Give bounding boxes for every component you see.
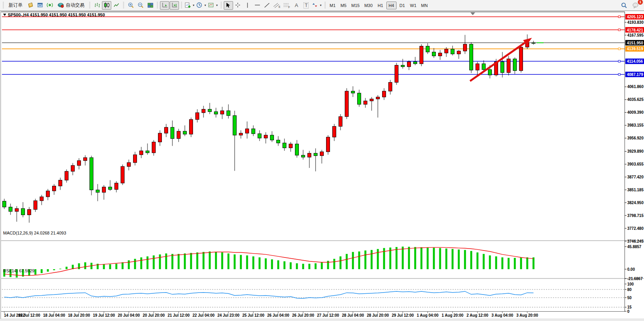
time-tick-label: 28 Jul 04:00 [342,313,364,317]
svg-text:45.8857: 45.8857 [627,245,642,249]
equidistant-channel-icon[interactable]: E [272,1,282,10]
candle-body [115,183,118,189]
timeframe-h4[interactable]: H4 [386,2,397,9]
tile-windows-icon[interactable] [146,1,155,10]
line-chart-icon[interactable] [112,1,121,10]
candle-body [333,126,336,137]
indicators-icon[interactable]: ▼ [184,1,195,10]
terminal-window-icon[interactable] [35,1,45,10]
zoom-out-icon[interactable] [136,1,145,10]
level-handle[interactable] [618,48,620,50]
signals-icon[interactable] [45,1,54,10]
vertical-line-icon[interactable] [243,1,253,10]
timeframe-m1[interactable]: M1 [328,2,338,9]
timeframe-d1[interactable]: D1 [397,2,407,9]
cursor-icon[interactable] [224,1,233,10]
candle-body [65,171,68,180]
candle-body [84,158,87,161]
candle-body [513,59,517,71]
price-tick-label: 3824.950 [627,201,644,205]
candle-body [519,47,523,71]
time-tick-label: 25 Jul 12:00 [242,313,265,317]
templates-icon[interactable]: ▼ [207,1,219,10]
candle-body [463,44,467,51]
price-tick-label: 4167.595 [627,33,644,37]
candle-body [258,134,261,138]
svg-text:50: 50 [627,296,632,300]
fibonacci-icon[interactable]: F [282,1,291,10]
price-tick-label: 3983.155 [627,123,644,127]
price-tick-label: 4009.390 [627,110,644,115]
new-order-button[interactable]: 新订单 [6,1,25,10]
autoscroll-icon[interactable] [160,1,169,10]
arrows-icon[interactable]: ▼ [311,1,323,10]
candlestick-chart-icon[interactable] [102,1,111,10]
svg-text:4178.421: 4178.421 [627,28,643,32]
text-label-icon[interactable]: T [302,1,311,10]
autotrading-label: 自动交易 [66,2,84,9]
candle-body [482,64,486,70]
macd-pane [4,247,626,279]
search-icon[interactable] [619,1,629,10]
timeframe-h1[interactable]: H1 [376,2,386,9]
rsi-indicator-label: RSI(14) 67.5929 [3,268,35,273]
text-tool-glyph: A [295,2,298,8]
timeframe-w1[interactable]: W1 [408,2,419,9]
market-watch-icon[interactable] [26,1,35,10]
chart-shift-icon[interactable] [170,1,179,10]
candle-body [339,116,342,126]
price-chart-canvas[interactable]: 4193.8304167.5954061.8604035.6254009.390… [1,11,644,319]
time-tick-label: 29 Jul 12:00 [392,313,414,317]
candle-body [358,93,361,104]
level-handle[interactable] [618,16,620,18]
timeframe-m5[interactable]: M5 [339,2,349,9]
chevron-down-icon: ▼ [192,4,195,7]
candle-body [401,65,405,67]
price-tick-label: 3877.420 [627,175,644,179]
time-tick-label: 3 Aug 04:00 [491,313,513,317]
trendline-icon[interactable] [263,1,272,10]
periods-icon[interactable]: ▼ [196,1,207,10]
time-tick-label: 26 Jul 04:00 [267,313,290,317]
candle-body [383,91,386,97]
chevron-down-icon: ▼ [216,4,218,7]
toolbar-grip [123,2,124,9]
timeframe-m30[interactable]: M30 [362,2,374,9]
autotrading-button[interactable]: 自动交易 [55,1,87,10]
text-icon[interactable]: A [292,1,301,10]
candle-body [158,133,162,142]
candle-body [221,111,224,114]
candle-body [121,166,125,183]
candle-body [183,131,187,134]
label-tool-glyph: T [304,2,309,9]
notifications-icon[interactable]: 1 [631,1,640,10]
candle-body [501,62,504,73]
candle-body [439,53,442,56]
time-tick-label: 22 Jul 04:00 [193,313,215,317]
price-tick-label: 3929.890 [627,149,644,153]
candle-body [71,166,75,171]
macd-signal-line [4,247,533,275]
level-handle[interactable] [618,29,620,31]
chart-menu-toggle[interactable] [3,14,6,16]
price-tick-label: 3798.715 [627,213,644,218]
level-lines[interactable] [2,16,625,76]
level-handle[interactable] [618,60,620,62]
candle-body [127,162,131,166]
candle-body [3,201,6,207]
bar-chart-icon[interactable] [92,1,102,10]
candle-body [445,49,448,53]
chart-shift-marker[interactable] [470,12,475,15]
candle-body [507,59,511,72]
channel-letter: E [279,5,281,8]
price-tick-label: 3903.655 [627,162,644,166]
crosshair-icon[interactable] [233,1,243,10]
horizontal-line-icon[interactable] [253,1,262,10]
zoom-in-icon[interactable] [126,1,135,10]
candle-body [270,135,274,140]
candle-body [40,197,44,201]
level-handle[interactable] [618,74,620,76]
timeframe-mn[interactable]: MN [419,2,430,9]
chart-window[interactable]: 4193.8304167.5954061.8604035.6254009.390… [0,11,644,319]
timeframe-m15[interactable]: M15 [349,2,361,9]
